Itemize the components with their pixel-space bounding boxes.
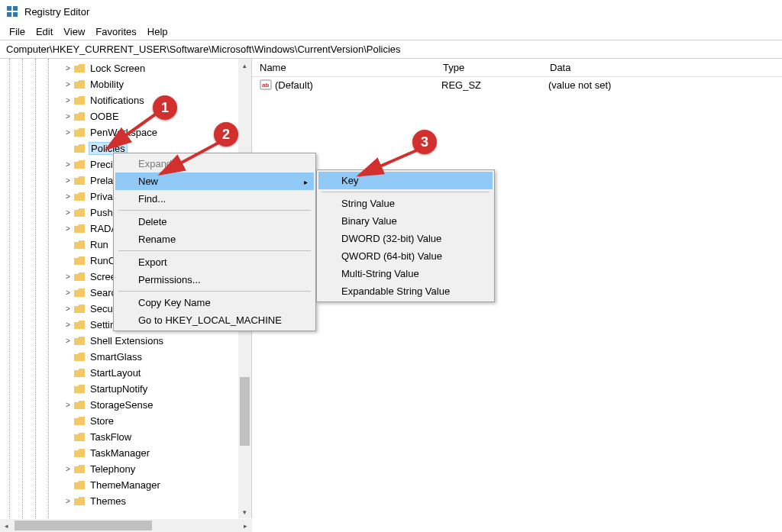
sub-key[interactable]: Key: [318, 172, 493, 189]
folder-icon: [73, 192, 86, 202]
scroll-thumb[interactable]: [240, 377, 250, 446]
sub-string[interactable]: String Value: [318, 195, 493, 212]
expand-icon[interactable]: >: [63, 96, 73, 105]
expand-icon[interactable]: >: [63, 80, 73, 89]
expand-icon[interactable]: >: [63, 305, 73, 313]
folder-icon: [73, 336, 86, 347]
ctx-export[interactable]: Export: [115, 253, 314, 271]
hscroll-thumb[interactable]: [15, 521, 152, 530]
ctx-goto-hklm[interactable]: Go to HKEY_LOCAL_MACHINE: [115, 311, 314, 329]
col-type[interactable]: Type: [443, 60, 550, 75]
folder-icon: [73, 160, 86, 170]
folder-icon: [73, 95, 86, 106]
folder-icon: [73, 464, 86, 475]
menu-edit[interactable]: Edit: [31, 24, 57, 39]
expand-icon[interactable]: >: [63, 272, 73, 281]
expand-icon[interactable]: >: [63, 128, 73, 137]
value-name: (Default): [275, 79, 441, 91]
tree-item-label: StartupNotify: [89, 383, 149, 395]
menu-file[interactable]: File: [5, 24, 30, 39]
expand-icon[interactable]: >: [63, 160, 73, 169]
ctx-new[interactable]: New ▸: [115, 172, 314, 190]
annotation-badge-3: 3: [412, 130, 437, 154]
app-icon: [6, 5, 18, 18]
tree-item-label: Run: [89, 239, 110, 250]
expand-icon[interactable]: >: [63, 321, 73, 329]
expand-icon[interactable]: >: [63, 401, 73, 409]
col-name[interactable]: Name: [260, 60, 443, 75]
value-data: (value not set): [548, 79, 782, 91]
menu-view[interactable]: View: [59, 24, 89, 39]
tree-item-label: Mobility: [89, 79, 125, 90]
expand-icon[interactable]: >: [63, 192, 73, 201]
ctx-delete[interactable]: Delete: [115, 213, 314, 231]
scroll-up-icon[interactable]: ▴: [238, 59, 251, 72]
folder-icon: [73, 143, 86, 154]
tree-item-label: TaskFlow: [89, 431, 133, 443]
svg-rect-0: [7, 6, 11, 11]
tree-item-label: Store: [89, 415, 115, 427]
tree-item[interactable]: >Mobility: [0, 76, 251, 92]
folder-icon: [73, 111, 86, 122]
expand-icon[interactable]: >: [63, 224, 73, 233]
address-bar[interactable]: Computer\HKEY_CURRENT_USER\Software\Micr…: [0, 40, 782, 59]
folder-icon: [73, 304, 86, 314]
tree-item[interactable]: >Shell Extensions: [0, 333, 251, 349]
ctx-separator: [322, 192, 490, 192]
expand-icon[interactable]: >: [63, 208, 73, 217]
tree-item-label: Themes: [89, 495, 128, 507]
sub-qword[interactable]: QWORD (64-bit) Value: [318, 247, 493, 265]
tree-item[interactable]: TaskManager: [0, 445, 251, 461]
menu-favorites[interactable]: Favorites: [91, 24, 141, 39]
hscroll-left-icon[interactable]: ◂: [0, 519, 13, 532]
tree-item[interactable]: SmartGlass: [0, 349, 251, 365]
tree-item[interactable]: Store: [0, 413, 251, 429]
folder-icon: [73, 224, 86, 234]
expand-icon[interactable]: >: [63, 289, 73, 297]
tree-item[interactable]: >StorageSense: [0, 397, 251, 413]
expand-icon[interactable]: >: [63, 497, 73, 505]
tree-item[interactable]: >Telephony: [0, 461, 251, 477]
sub-multi[interactable]: Multi-String Value: [318, 265, 493, 282]
context-menu: Expand New ▸ Find... Delete Rename Expor…: [113, 153, 316, 331]
menu-help[interactable]: Help: [143, 24, 173, 39]
tree-item[interactable]: >Themes: [0, 493, 251, 509]
tree-item[interactable]: >OOBE: [0, 108, 251, 124]
ctx-find[interactable]: Find...: [115, 190, 314, 208]
ctx-permissions[interactable]: Permissions...: [115, 271, 314, 289]
col-data[interactable]: Data: [550, 60, 782, 75]
tree-item[interactable]: StartLayout: [0, 365, 251, 381]
expand-icon[interactable]: >: [63, 465, 73, 473]
list-row[interactable]: ab (Default) REG_SZ (value not set): [252, 77, 782, 92]
submenu-arrow-icon: ▸: [304, 177, 308, 185]
tree-hscroll[interactable]: ◂ ▸: [0, 519, 252, 532]
folder-icon: [73, 240, 86, 250]
expand-icon[interactable]: >: [63, 176, 73, 185]
expand-icon[interactable]: >: [63, 64, 73, 73]
expand-icon[interactable]: >: [63, 112, 73, 121]
tree-item[interactable]: >Lock Screen: [0, 60, 251, 76]
tree-item-label: StorageSense: [89, 399, 154, 411]
expand-icon[interactable]: >: [63, 337, 73, 345]
folder-icon: [73, 352, 86, 363]
string-value-icon: ab: [260, 79, 272, 91]
sub-expand[interactable]: Expandable String Value: [318, 282, 493, 300]
hscroll-right-icon[interactable]: ▸: [239, 519, 252, 532]
folder-icon: [73, 480, 86, 491]
ctx-expand[interactable]: Expand: [115, 155, 314, 172]
tree-item-label: OOBE: [89, 111, 121, 122]
sub-dword[interactable]: DWORD (32-bit) Value: [318, 230, 493, 247]
folder-icon: [73, 272, 86, 282]
tree-item[interactable]: >Notifications: [0, 92, 251, 108]
tree-item[interactable]: ThemeManager: [0, 477, 251, 493]
ctx-rename[interactable]: Rename: [115, 231, 314, 248]
sub-binary[interactable]: Binary Value: [318, 212, 493, 230]
tree-item-label: Telephony: [89, 463, 137, 475]
folder-icon: [73, 448, 86, 459]
tree-item[interactable]: StartupNotify: [0, 381, 251, 397]
tree-item-label: Shell Extensions: [89, 335, 165, 347]
ctx-copy-key-name[interactable]: Copy Key Name: [115, 294, 314, 311]
tree-item[interactable]: TaskFlow: [0, 429, 251, 445]
list-header[interactable]: Name Type Data: [252, 59, 782, 77]
scroll-down-icon[interactable]: ▾: [238, 505, 251, 518]
